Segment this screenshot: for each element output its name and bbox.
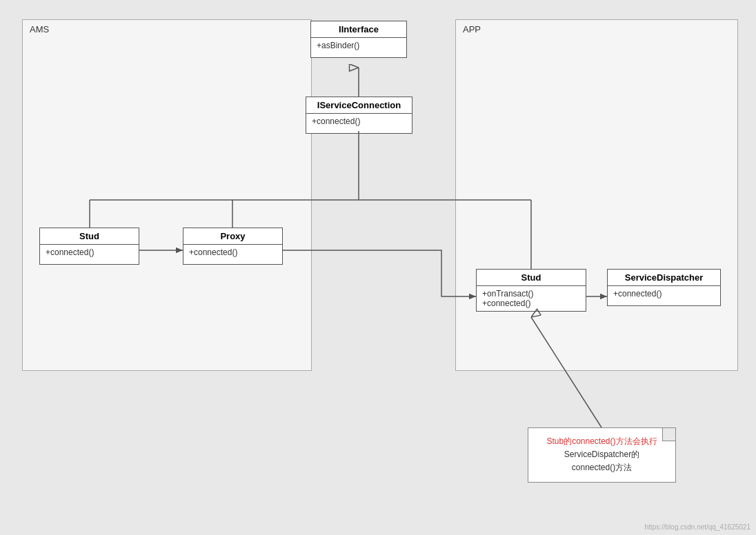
service-dispatcher-class: ServiceDispatcher +connected() [607,269,721,306]
diagram-container: AMS APP IInterface +asBinder() IServiceC… [0,0,756,535]
ams-stud-name: Stud [40,228,139,245]
ams-label: AMS [30,24,49,34]
app-stud-class: Stud +onTransact()+connected() [476,269,586,312]
note-line2: ServiceDispatcher的 [564,450,639,459]
ams-proxy-class: Proxy +connected() [183,228,283,265]
class-iserviceconnection: IServiceConnection +connected() [306,97,412,134]
service-dispatcher-name: ServiceDispatcher [608,270,720,286]
note-box: Stub的connected()方法会执行 ServiceDispatcher的… [528,427,676,483]
app-box: APP [455,19,738,371]
ams-proxy-methods: +connected() [183,245,282,264]
iserviceconnection-methods: +connected() [306,114,412,133]
service-dispatcher-methods: +connected() [608,286,720,305]
app-label: APP [463,24,481,34]
class-iinterface: IInterface +asBinder() [310,21,407,58]
ams-stud-methods: +connected() [40,245,139,264]
ams-stud-class: Stud +connected() [39,228,139,265]
app-stud-methods: +onTransact()+connected() [477,286,586,311]
iinterface-name: IInterface [311,21,406,38]
note-line1: Stub的connected()方法会执行 [546,436,657,446]
iserviceconnection-name: IServiceConnection [306,97,412,114]
ams-proxy-name: Proxy [183,228,282,245]
watermark: https://blog.csdn.net/qq_41625021 [645,523,750,531]
app-stud-name: Stud [477,270,586,286]
iinterface-methods: +asBinder() [311,38,406,57]
ams-box: AMS [22,19,312,371]
note-line3: connected()方法 [572,463,632,472]
